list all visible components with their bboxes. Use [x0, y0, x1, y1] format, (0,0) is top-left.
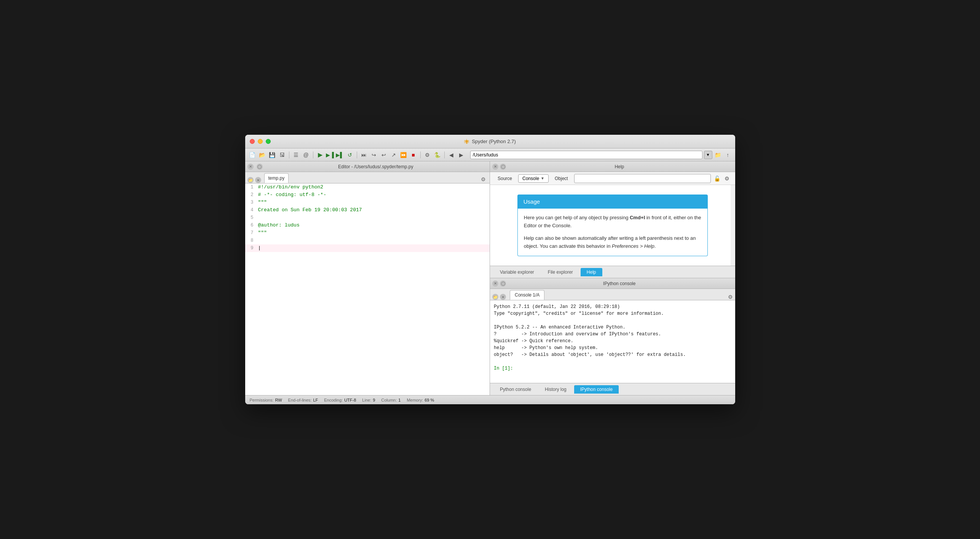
minimize-button[interactable]: [258, 139, 263, 144]
console-title-bar: ✕ ◯ IPython console: [490, 278, 735, 289]
status-memory: Memory: 69 %: [407, 398, 434, 402]
browse-btn[interactable]: 📁: [714, 151, 722, 159]
line-num-1: 1: [245, 183, 257, 191]
help-source-btn[interactable]: Source: [494, 175, 516, 182]
console-settings-btn[interactable]: ⚙: [728, 294, 733, 300]
maximize-button[interactable]: [266, 139, 271, 144]
console-bottom-tabs: Python console History log IPython conso…: [490, 383, 735, 395]
console-line-1: Python 2.7.11 (default, Jan 22 2016, 08:…: [494, 303, 731, 310]
console-line-9: [494, 358, 731, 365]
at-btn[interactable]: @: [302, 151, 310, 159]
help-close-btn[interactable]: ✕: [492, 164, 498, 170]
console-tab-folder[interactable]: 📁: [492, 294, 498, 300]
app-title: Spyder (Python 2.7): [472, 139, 516, 144]
status-column: Column: 1: [381, 398, 401, 402]
run-cell-advance-btn[interactable]: ▶▌: [336, 151, 344, 159]
line-num-4: 4: [245, 206, 257, 214]
console-tab-1a[interactable]: Console 1/A: [510, 290, 544, 300]
usage-body: Here you can get help of any object by p…: [517, 209, 708, 256]
python-path-btn[interactable]: 🐍: [433, 151, 442, 159]
up-btn[interactable]: ↑: [724, 151, 732, 159]
line-content-4: Created on Sun Feb 19 20:00:03 2017: [257, 206, 490, 214]
help-object-input[interactable]: [574, 174, 711, 183]
editor-tab-temp-py[interactable]: temp.py: [264, 173, 289, 183]
eol-label: End-of-lines:: [288, 398, 312, 402]
code-line-1: 1 #!/usr/bin/env python2: [245, 183, 490, 191]
editor-panel-close[interactable]: ✕: [247, 164, 254, 170]
save-btn[interactable]: 💾: [268, 151, 276, 159]
step-into-btn[interactable]: ↩: [380, 151, 388, 159]
editor-settings-btn[interactable]: ⚙: [479, 175, 487, 183]
line-content-3: """: [257, 199, 490, 206]
console-title: IPython console: [506, 281, 733, 286]
console-tab-x[interactable]: ✕: [500, 294, 506, 300]
step-btn[interactable]: ↪: [370, 151, 378, 159]
help-toolbar: Source Console ▼ Object 🔓 ⚙: [490, 172, 735, 185]
memory-label: Memory:: [407, 398, 423, 402]
open-file-btn[interactable]: 📂: [258, 151, 267, 159]
line-value: 9: [373, 398, 375, 402]
new-file-btn[interactable]: 📄: [248, 151, 257, 159]
editor-tab-folder[interactable]: 📁: [247, 177, 254, 183]
help-scrollbar[interactable]: [731, 185, 735, 266]
rerun-btn[interactable]: ↺: [346, 151, 354, 159]
tab-python-console[interactable]: Python console: [494, 385, 537, 394]
editor-panel: ✕ ◯ Editor - /Users/ludus/.spyder/temp.p…: [245, 161, 490, 395]
line-num-6: 6: [245, 222, 257, 229]
help-console-btn[interactable]: Console ▼: [518, 174, 549, 183]
help-panel: ✕ ◯ Help Source Console ▼ Object 🔓 ⚙: [490, 161, 735, 278]
forward-btn[interactable]: ▶: [457, 151, 466, 159]
editor-panel-undock[interactable]: ◯: [257, 164, 263, 170]
line-content-1: #!/usr/bin/env python2: [257, 183, 490, 191]
console-line-4: IPython 5.2.2 -- An enhanced Interactive…: [494, 324, 731, 331]
help-undock-btn[interactable]: ◯: [500, 164, 506, 170]
tab-ipython-console[interactable]: IPython console: [574, 385, 619, 394]
editor-panel-title: Editor - /Users/ludus/.spyder/temp.py: [264, 164, 488, 169]
editor-tab-close[interactable]: ✕: [255, 177, 261, 183]
path-input[interactable]: [470, 151, 702, 159]
column-value: 1: [398, 398, 401, 402]
settings-btn[interactable]: ⚙: [423, 151, 432, 159]
help-icons: 🔓 ⚙: [713, 174, 731, 183]
line-content-2: # -*- coding: utf-8 -*-: [257, 191, 490, 199]
code-line-5: 5: [245, 214, 490, 222]
toolbar-sep-5: [444, 151, 445, 158]
line-label: Line:: [362, 398, 371, 402]
tab-file-explorer[interactable]: File explorer: [542, 268, 579, 276]
console-line-2: Type "copyright", "credits" or "license"…: [494, 310, 731, 317]
console-line-8: object? -> Details about 'object', use '…: [494, 351, 731, 358]
line-num-9: 9: [245, 244, 257, 252]
console-undock-btn[interactable]: ◯: [500, 281, 506, 287]
close-button[interactable]: [250, 139, 255, 144]
toolbar-sep-2: [313, 151, 313, 158]
console-tab-controls: 📁 ✕: [492, 294, 506, 300]
tab-history-log[interactable]: History log: [539, 385, 573, 394]
save-all-btn[interactable]: 🖫: [278, 151, 286, 159]
status-bar: Permissions: RW End-of-lines: LF Encodin…: [245, 395, 735, 404]
code-line-3: 3 """: [245, 199, 490, 206]
console-content[interactable]: Python 2.7.11 (default, Jan 22 2016, 08:…: [490, 300, 735, 383]
title-bar-title: 🕷 Spyder (Python 2.7): [464, 139, 516, 145]
usage-card: Usage Here you can get help of any objec…: [517, 195, 708, 256]
back-btn[interactable]: ◀: [447, 151, 456, 159]
main-content: ✕ ◯ Editor - /Users/ludus/.spyder/temp.p…: [245, 161, 735, 395]
memory-value: 69 %: [425, 398, 434, 402]
tab-variable-explorer[interactable]: Variable explorer: [494, 268, 540, 276]
step-return-btn[interactable]: ↗: [389, 151, 398, 159]
debug-btn[interactable]: ⏭: [360, 151, 368, 159]
tab-help[interactable]: Help: [581, 268, 602, 276]
path-dropdown-btn[interactable]: ▼: [704, 151, 712, 159]
help-object-btn[interactable]: Object: [551, 175, 572, 182]
eol-value: LF: [313, 398, 318, 402]
run-btn[interactable]: ▶: [316, 151, 324, 159]
list-btn[interactable]: ☰: [292, 151, 300, 159]
continue-btn[interactable]: ⏩: [399, 151, 408, 159]
stop-btn[interactable]: ■: [409, 151, 418, 159]
toolbar-sep-1: [289, 151, 289, 158]
help-lock-btn[interactable]: 🔓: [713, 174, 721, 183]
console-close-btn[interactable]: ✕: [492, 281, 498, 287]
help-options-btn[interactable]: ⚙: [723, 174, 731, 183]
run-cell-btn[interactable]: ▶▐: [326, 151, 334, 159]
help-console-label: Console: [522, 176, 539, 181]
code-editor[interactable]: 1 #!/usr/bin/env python2 2 # -*- coding:…: [245, 183, 490, 395]
